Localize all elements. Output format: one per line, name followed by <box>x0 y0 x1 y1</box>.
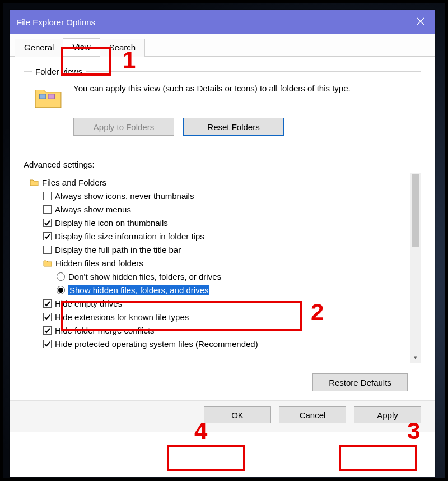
checkbox-checked[interactable] <box>43 340 52 348</box>
tree-radio-dont-show[interactable]: Don't show hidden files, folders, or dri… <box>27 270 408 283</box>
tree-label: Always show icons, never thumbnails <box>55 191 194 201</box>
tree-label: Hide extensions for known file types <box>55 312 189 322</box>
tab-general[interactable]: General <box>15 39 63 57</box>
apply-button[interactable]: Apply <box>354 406 421 423</box>
tab-strip: General View Search <box>10 34 435 57</box>
tree-label: Hidden files and folders <box>55 258 143 268</box>
tree-label: Always show menus <box>55 205 131 214</box>
cancel-button[interactable]: Cancel <box>279 406 346 423</box>
tree-label: Show hidden files, folders, and drives <box>68 285 209 295</box>
checkbox-unchecked[interactable] <box>43 192 52 200</box>
tree-item[interactable]: Display file size information in folder … <box>27 229 408 243</box>
scrollbar[interactable]: ▴ ▾ <box>410 173 421 363</box>
tree-item[interactable]: Always show icons, never thumbnails <box>27 189 408 202</box>
tree-content: Files and Folders Always show icons, nev… <box>24 173 410 353</box>
screenshot-frame: File Explorer Options General View Searc… <box>0 0 448 481</box>
tree-label: Hide protected operating system files (R… <box>55 339 258 349</box>
folder-views-row: You can apply this view (such as Details… <box>32 83 413 111</box>
folder-views-group: Folder views You can apply this view (su… <box>24 67 421 146</box>
dialog-window: File Explorer Options General View Searc… <box>10 10 435 477</box>
restore-defaults-button[interactable]: Restore Defaults <box>312 373 408 391</box>
reset-folders-button[interactable]: Reset Folders <box>183 118 284 136</box>
apply-to-folders-button[interactable]: Apply to Folders <box>73 118 174 136</box>
ok-button[interactable]: OK <box>204 406 271 423</box>
tree-radio-show-hidden[interactable]: Show hidden files, folders, and drives <box>27 283 408 297</box>
close-icon <box>417 17 424 27</box>
folder-icon <box>30 178 39 186</box>
window-title: File Explorer Options <box>17 17 95 27</box>
tree-label: Files and Folders <box>42 178 106 187</box>
tab-search[interactable]: Search <box>100 39 146 57</box>
checkbox-checked[interactable] <box>43 219 52 227</box>
radio-checked[interactable] <box>57 286 65 294</box>
folder-views-legend: Folder views <box>32 67 86 76</box>
scroll-thumb[interactable] <box>412 174 419 247</box>
radio-unchecked[interactable] <box>57 272 65 281</box>
tree-label: Display the full path in the title bar <box>55 245 181 255</box>
tree-item[interactable]: Hide extensions for known file types <box>27 310 408 323</box>
tree-item[interactable]: Always show menus <box>27 202 408 216</box>
tree-subgroup-hidden[interactable]: Hidden files and folders <box>27 256 408 270</box>
client-area: General View Search Folder views <box>10 34 435 432</box>
checkbox-unchecked[interactable] <box>43 205 52 214</box>
checkbox-checked[interactable] <box>43 299 52 308</box>
tree-item[interactable]: Display file icon on thumbnails <box>27 216 408 229</box>
tree-label: Display file size information in folder … <box>55 232 204 241</box>
checkbox-unchecked[interactable] <box>43 246 52 254</box>
folder-icon <box>32 83 64 111</box>
folder-views-text: You can apply this view (such as Details… <box>73 83 413 94</box>
tree-label: Display file icon on thumbnails <box>55 218 168 228</box>
close-button[interactable] <box>407 10 435 34</box>
tree-label: Hide folder merge conflicts <box>55 326 155 335</box>
radio-dot-icon <box>58 288 63 293</box>
advanced-settings-tree[interactable]: Files and Folders Always show icons, nev… <box>24 173 421 363</box>
checkbox-checked[interactable] <box>43 326 52 335</box>
tree-item[interactable]: Hide folder merge conflicts <box>27 323 408 337</box>
tree-item[interactable]: Hide empty drives <box>27 297 408 310</box>
checkbox-checked[interactable] <box>43 232 52 240</box>
dialog-button-row: OK Cancel Apply <box>10 400 435 432</box>
scroll-down-icon[interactable]: ▾ <box>412 353 419 362</box>
tree-item[interactable]: Display the full path in the title bar <box>27 243 408 256</box>
restore-row: Restore Defaults <box>24 363 421 396</box>
advanced-settings-label: Advanced settings: <box>24 160 421 169</box>
tree-label: Don't show hidden files, folders, or dri… <box>68 272 221 281</box>
tab-view[interactable]: View <box>63 38 100 56</box>
checkbox-checked[interactable] <box>43 313 52 321</box>
tree-label: Hide empty drives <box>55 299 122 308</box>
title-bar: File Explorer Options <box>10 10 435 34</box>
svg-rect-3 <box>48 94 54 99</box>
tree-group-files-folders[interactable]: Files and Folders <box>27 175 408 189</box>
svg-rect-2 <box>39 94 45 99</box>
tree-item[interactable]: Hide protected operating system files (R… <box>27 337 408 350</box>
folder-icon <box>43 259 52 267</box>
folder-views-buttons: Apply to Folders Reset Folders <box>73 118 413 136</box>
tab-content: Folder views You can apply this view (su… <box>10 57 435 400</box>
